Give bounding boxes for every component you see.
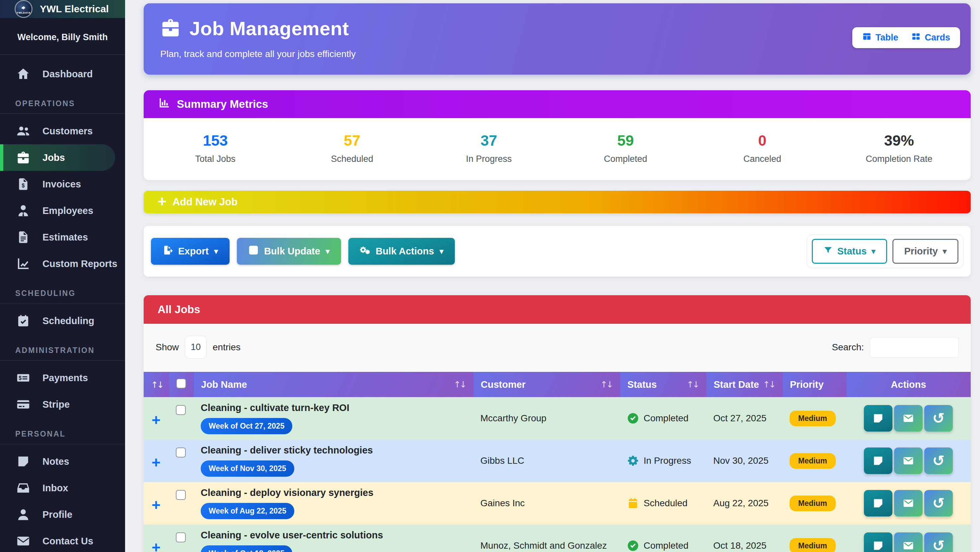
column-header-job-name[interactable]: Job Name↑↓ [193,372,473,397]
priority-filter-button[interactable]: Priority ▼ [892,239,958,264]
envelope-icon [16,534,30,548]
caret-down-icon: ▼ [439,248,444,255]
file-dollar-icon: $ [16,177,30,191]
history-action-button[interactable]: ↺ [924,533,953,552]
sidebar-section-administration: ADMINISTRATION [0,346,125,361]
sort-icon: ↑↓ [686,380,698,390]
note-action-button[interactable] [864,490,892,517]
sidebar-item-label: Invoices [43,179,81,190]
add-new-job-label: Add New Job [172,196,237,208]
sidebar-section-scheduling: SCHEDULING [0,289,125,304]
brand-header: YWLDATA YWL Electrical [0,0,125,18]
status-filter-button[interactable]: Status ▼ [812,239,888,264]
email-action-button[interactable] [894,533,923,552]
all-jobs-header: All Jobs [144,295,971,324]
search-area: Search: [832,337,959,358]
search-label: Search: [832,342,864,353]
filter-group: Status ▼ Priority ▼ [807,235,963,268]
metric-value: 57 [284,132,420,149]
metric-canceled: 0Canceled [694,132,831,164]
entries-select[interactable]: 10 [185,336,207,359]
add-new-job-button[interactable]: + Add New Job [144,191,971,213]
bulk-actions-button[interactable]: Bulk Actions ▼ [348,238,455,265]
expand-row-button[interactable]: + [151,540,161,552]
row-checkbox[interactable] [176,533,186,542]
job-name: Cleaning - cultivate turn-key ROI [201,402,466,414]
company-logo: YWLDATA [14,0,32,18]
column-header-status[interactable]: Status↑↓ [620,372,706,397]
search-input[interactable] [870,337,959,358]
email-action-button[interactable] [894,405,923,431]
completed-icon [627,412,639,424]
column-header-customer[interactable]: Customer↑↓ [473,372,620,397]
row-checkbox[interactable] [176,405,186,415]
status-cell: In Progress [627,455,699,467]
table-icon [862,32,872,43]
history-action-button[interactable]: ↺ [924,447,953,474]
week-badge: Week of Nov 30, 2025 [201,460,294,477]
history-action-button[interactable]: ↺ [924,405,953,431]
sidebar-item-invoices[interactable]: $Invoices [0,171,125,197]
bulk-update-label: Bulk Update [264,246,320,257]
table-row: +Cleaning - cultivate turn-key ROIWeek o… [144,397,971,439]
sidebar-item-estimates[interactable]: Estimates [0,224,125,250]
eagle-icon [19,4,29,12]
email-action-button[interactable] [894,447,923,474]
user-icon [16,507,30,522]
entries-label: entries [213,342,240,353]
start-date-cell: Aug 22, 2025 [706,482,782,525]
sidebar-item-dashboard[interactable]: Dashboard [0,61,125,87]
caret-down-icon: ▼ [942,248,947,255]
history-icon: ↺ [932,496,945,511]
pen-square-icon [248,245,259,258]
table-header-row: ↑↓ Job Name↑↓ Customer↑↓ Status↑↓ Start … [144,372,971,397]
priority-badge: Medium [789,411,836,426]
sidebar-item-stripe[interactable]: Stripe [0,391,125,418]
sidebar-item-jobs[interactable]: Jobs [0,144,115,171]
sidebar-item-employees[interactable]: Employees [0,197,125,224]
sort-icon: ↑↓ [600,380,612,390]
row-checkbox[interactable] [176,447,186,457]
export-button[interactable]: Export ▼ [151,238,229,265]
expand-row-button[interactable]: + [151,412,161,428]
customer-cell: Munoz, Schmidt and Gonzalez [473,525,620,552]
cards-icon [911,32,921,43]
sidebar-item-label: Dashboard [43,69,92,80]
expand-row-button[interactable]: + [151,497,161,512]
note-action-button[interactable] [864,447,892,474]
sidebar-item-custom-reports[interactable]: Custom Reports [0,250,125,277]
history-action-button[interactable]: ↺ [924,490,953,517]
users-icon [16,124,30,138]
sidebar-item-notes[interactable]: Notes [0,448,125,475]
sidebar-item-customers[interactable]: Customers [0,118,125,144]
sidebar-item-profile[interactable]: Profile [0,501,125,528]
bulk-update-button[interactable]: Bulk Update ▼ [237,238,341,265]
metric-value: 153 [147,132,284,149]
email-action-button[interactable] [894,490,923,517]
note-action-button[interactable] [864,533,892,552]
column-header-start-date[interactable]: Start Date↑↓ [706,372,782,397]
sidebar-item-payments[interactable]: $Payments [0,364,125,391]
job-name: Cleaning - evolve user-centric solutions [201,530,466,541]
show-label: Show [156,342,179,353]
sidebar-item-contact-us[interactable]: Contact Us [0,528,125,552]
expand-row-button[interactable]: + [151,455,161,470]
priority-badge: Medium [789,453,836,469]
metric-label: Completed [557,154,694,164]
sidebar-item-label: Customers [43,126,93,137]
row-checkbox[interactable] [176,490,186,500]
sidebar-item-scheduling[interactable]: Scheduling [0,307,125,334]
note-action-button[interactable] [864,405,892,431]
cards-view-button[interactable]: Cards [911,32,950,43]
metric-label: Canceled [694,154,831,164]
column-header-priority[interactable]: Priority [782,372,846,397]
sort-column-header[interactable]: ↑↓ [144,372,169,397]
table-view-button[interactable]: Table [862,32,898,43]
table-view-label: Table [875,32,898,43]
sidebar-section-operations: OPERATIONS [0,99,125,114]
sidebar-item-inbox[interactable]: Inbox [0,475,125,501]
plus-icon: + [158,194,167,209]
select-all-checkbox[interactable] [176,379,186,388]
sidebar: YWLDATA YWL Electrical Welcome, Billy Sm… [0,0,125,552]
status-cell: Completed [627,412,699,424]
